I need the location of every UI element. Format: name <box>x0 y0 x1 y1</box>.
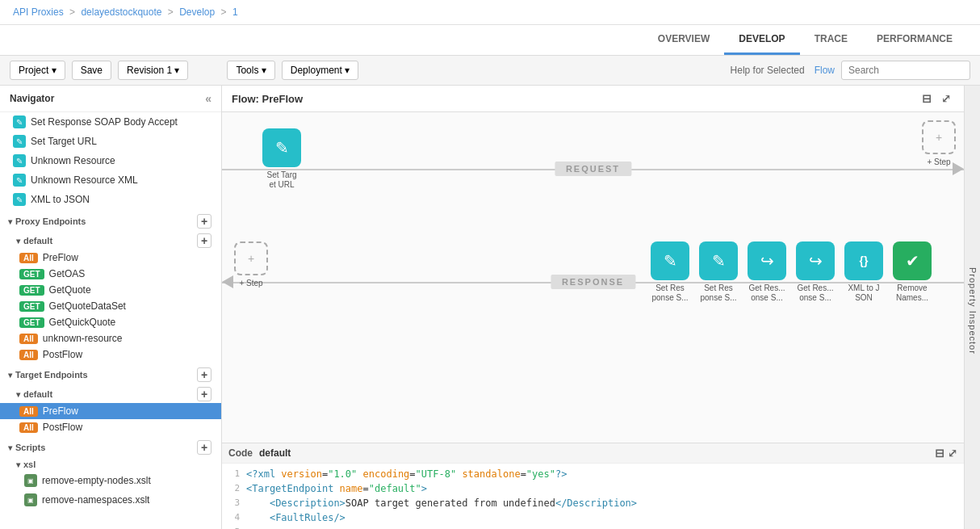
breadcrumb-api-proxies[interactable]: API Proxies <box>13 6 64 18</box>
code-expand-button[interactable]: ⤢ <box>948 447 957 460</box>
script-remove-namespaces[interactable]: ▣ remove-namespaces.xslt <box>0 490 221 510</box>
step-set-target-url-icon[interactable]: ✎ <box>262 128 301 167</box>
add-target-endpoint-button[interactable]: + <box>197 367 211 382</box>
code-line-4: 4 <FaultRules/> <box>222 510 964 525</box>
code-line-2: 2 <TargetEndpoint name="default"> <box>222 481 964 496</box>
proxy-flow-getquote[interactable]: GET GetQuote <box>0 282 221 298</box>
add-script-button[interactable]: + <box>197 440 211 455</box>
step-remove-names-icon[interactable]: ✔ <box>893 241 932 280</box>
expand-flow-button[interactable]: ⤢ <box>938 90 954 107</box>
add-step-request-label: + Step <box>927 157 950 167</box>
tab-performance[interactable]: PERFORMANCE <box>862 25 967 55</box>
script-remove-empty-nodes[interactable]: ▣ remove-empty-nodes.xslt <box>0 471 221 490</box>
policy-item-set-target-url[interactable]: ✎ Set Target URL <box>0 132 221 151</box>
code-panel: Code default ⊟ ⤢ 1 <?xml version="1.0" e… <box>222 443 964 529</box>
file-icon: ▣ <box>24 493 37 506</box>
step-set-target-url-label: Set Target URL <box>266 170 296 190</box>
flow-help-link[interactable]: Flow <box>815 65 835 76</box>
scripts-section[interactable]: ▾ Scripts + <box>0 435 221 456</box>
add-proxy-default-button[interactable]: + <box>197 233 211 248</box>
canvas-body: REQUEST ✎ Set Target URL RESPONSE + <box>222 112 964 440</box>
breadcrumb-proxy-name[interactable]: delayedstockquote <box>81 6 161 18</box>
code-minimize-button[interactable]: ⊟ <box>935 447 944 460</box>
revision-button[interactable]: Revision 1 ▾ <box>118 61 188 80</box>
proxy-endpoints-section[interactable]: ▾ Proxy Endpoints + <box>0 209 221 230</box>
request-lane: REQUEST ✎ Set Target URL <box>222 120 964 217</box>
code-line-1: 1 <?xml version="1.0" encoding="UTF-8" s… <box>222 467 964 481</box>
target-flow-preflow[interactable]: All PreFlow <box>0 403 221 419</box>
policy-icon: ✎ <box>13 154 26 167</box>
target-flow-postflow[interactable]: All PostFlow <box>0 419 221 435</box>
minimize-flow-button[interactable]: ⊟ <box>919 90 935 107</box>
add-step-request-button[interactable]: + <box>922 120 956 154</box>
step-set-response-s1-icon[interactable]: ✎ <box>651 241 689 280</box>
step-xml-to-json: {} XML to JSON <box>844 241 883 303</box>
proxy-flow-getoas[interactable]: GET GetOAS <box>0 266 221 282</box>
response-arrow-left <box>222 275 233 288</box>
step-remove-names: ✔ RemoveNames... <box>893 241 932 303</box>
proxy-flow-postflow[interactable]: All PostFlow <box>0 346 221 363</box>
flow-canvas: Flow: PreFlow ⊟ ⤢ REQUEST ✎ Set Target U… <box>222 86 964 443</box>
policy-item-unknown-resource[interactable]: ✎ Unknown Resource <box>0 151 221 170</box>
add-step-response-button[interactable]: + <box>234 241 268 275</box>
request-label: REQUEST <box>555 162 631 176</box>
xsl-subsection[interactable]: ▾ xsl <box>0 456 221 471</box>
policy-item-xml-to-json[interactable]: ✎ XML to JSON <box>0 190 221 209</box>
tab-bar: OVERVIEW DEVELOP TRACE PERFORMANCE <box>0 25 980 56</box>
code-tab[interactable]: default <box>259 447 291 459</box>
deployment-button[interactable]: Deployment ▾ <box>282 61 358 80</box>
add-step-response-label: + Step <box>239 279 262 288</box>
toolbar: Project ▾ Save Revision 1 ▾ Tools ▾ Depl… <box>0 56 980 86</box>
proxy-flow-preflow[interactable]: All PreFlow <box>0 250 221 266</box>
save-button[interactable]: Save <box>72 61 111 80</box>
proxy-flow-unknown-resource[interactable]: All unknown-resource <box>0 330 221 346</box>
step-get-response-s4-icon[interactable]: ↪ <box>796 241 835 280</box>
step-get-response-s4-label: Get Res...onse S... <box>797 283 833 303</box>
navigator-header: Navigator « <box>0 86 221 112</box>
project-button[interactable]: Project ▾ <box>10 61 65 80</box>
content-area: Flow: PreFlow ⊟ ⤢ REQUEST ✎ Set Target U… <box>222 86 964 529</box>
navigator-list: ✎ Set Response SOAP Body Accept ✎ Set Ta… <box>0 112 221 529</box>
add-target-default-button[interactable]: + <box>197 387 211 401</box>
code-label: Code <box>228 447 253 459</box>
breadcrumb: API Proxies > delayedstockquote > Develo… <box>0 0 980 25</box>
policy-icon: ✎ <box>13 174 26 187</box>
response-label: RESPONSE <box>551 275 635 289</box>
target-endpoints-section[interactable]: ▾ Target Endpoints + <box>0 363 221 384</box>
target-default-subsection[interactable]: ▾ default + <box>0 384 221 403</box>
response-lane: RESPONSE + + Step ✎ Set Response S... ✎ … <box>222 233 964 330</box>
search-input[interactable] <box>841 61 970 80</box>
step-get-response-s3-icon[interactable]: ↪ <box>748 241 786 280</box>
tab-overview[interactable]: OVERVIEW <box>643 25 724 55</box>
add-step-response: + + Step <box>234 241 268 288</box>
step-set-response-s2-icon[interactable]: ✎ <box>699 241 738 280</box>
code-panel-header: Code default ⊟ ⤢ <box>222 443 964 464</box>
breadcrumb-develop[interactable]: Develop <box>179 6 215 18</box>
step-remove-names-label: RemoveNames... <box>896 283 928 303</box>
add-step-request: + + Step <box>922 120 956 167</box>
navigator-collapse-button[interactable]: « <box>205 92 211 105</box>
code-line-3: 3 <Description>SOAP target generated fro… <box>222 496 964 510</box>
step-xml-to-json-label: XML to JSON <box>848 283 879 303</box>
add-proxy-endpoint-button[interactable]: + <box>197 214 211 229</box>
flow-title: Flow: PreFlow <box>232 93 303 105</box>
step-set-response-s1: ✎ Set Response S... <box>651 241 689 303</box>
tab-trace[interactable]: TRACE <box>800 25 862 55</box>
flow-header: Flow: PreFlow ⊟ ⤢ <box>222 86 964 112</box>
step-xml-to-json-icon[interactable]: {} <box>844 241 883 280</box>
proxy-flow-getquotedataset[interactable]: GET GetQuoteDataSet <box>0 298 221 314</box>
code-line-5: 5 <box>222 525 964 529</box>
policy-icon: ✎ <box>13 135 26 148</box>
policy-item-unknown-resource-xml[interactable]: ✎ Unknown Resource XML <box>0 170 221 190</box>
proxy-flow-getquickquote[interactable]: GET GetQuickQuote <box>0 314 221 330</box>
tools-button[interactable]: Tools ▾ <box>227 61 274 80</box>
proxy-default-subsection[interactable]: ▾ default + <box>0 230 221 250</box>
step-get-response-s4: ↪ Get Res...onse S... <box>796 241 835 303</box>
policy-item-set-response-soap[interactable]: ✎ Set Response SOAP Body Accept <box>0 112 221 132</box>
main-layout: Navigator « ✎ Set Response SOAP Body Acc… <box>0 86 980 529</box>
breadcrumb-revision[interactable]: 1 <box>232 6 238 18</box>
property-inspector[interactable]: Property Inspector <box>964 86 980 529</box>
policy-icon: ✎ <box>13 193 26 206</box>
code-body: 1 <?xml version="1.0" encoding="UTF-8" s… <box>222 464 964 529</box>
tab-develop[interactable]: DEVELOP <box>724 25 799 55</box>
